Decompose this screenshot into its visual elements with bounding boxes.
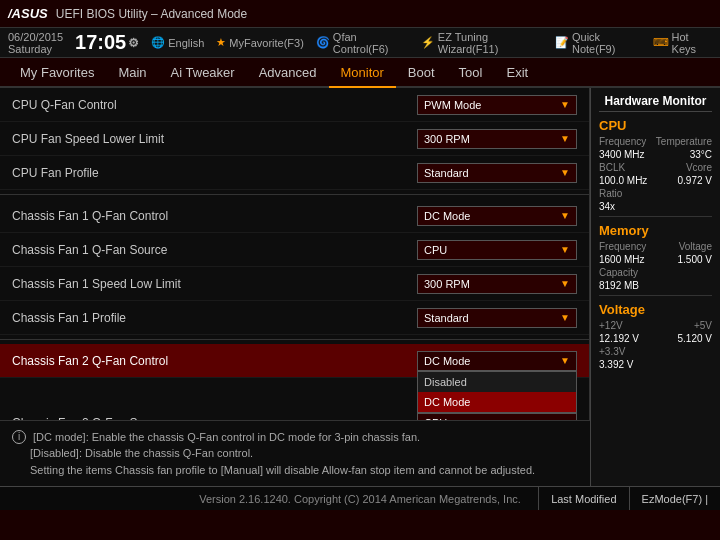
quick-note[interactable]: 📝 Quick Note(F9) [555, 31, 641, 55]
nav-monitor[interactable]: Monitor [329, 58, 396, 88]
nav-advanced[interactable]: Advanced [247, 57, 329, 87]
hw-cpu-temp-label: Temperature [656, 136, 712, 147]
hw-cpu-title: CPU [599, 118, 712, 133]
hw-bclk-label: BCLK [599, 162, 625, 173]
hw-12v-row: +12V +5V [599, 320, 712, 331]
lightning-icon: ⚡ [421, 36, 435, 49]
cpu-qfan-control-row: CPU Q-Fan Control PWM Mode ▼ [0, 88, 589, 122]
keyboard-icon: ⌨ [653, 36, 669, 49]
chassis-fan1-source-dropdown[interactable]: CPU ▼ [417, 240, 577, 260]
info-icon: i [12, 430, 26, 444]
chassis-fan2-dropdown-container[interactable]: DC Mode ▼ Disabled DC Mode [417, 351, 577, 371]
dropdown-arrow-icon: ▼ [560, 210, 570, 221]
chassis-fan1-qfan-dropdown[interactable]: DC Mode ▼ [417, 206, 577, 226]
hw-cpu-freq-label: Frequency [599, 136, 646, 147]
hw-33v-row: +3.3V [599, 346, 712, 357]
dropdown-arrow-icon: ▼ [560, 278, 570, 289]
qfan-control[interactable]: 🌀 Qfan Control(F6) [316, 31, 409, 55]
hw-mem-cap-val-row: 8192 MB [599, 280, 712, 291]
globe-icon: 🌐 [151, 36, 165, 49]
gear-icon: ⚙ [128, 36, 139, 50]
info-text-1: [DC mode]: Enable the chassis Q-Fan cont… [33, 431, 420, 443]
chassis-fan1-source-row: Chassis Fan 1 Q-Fan Source CPU ▼ [0, 233, 589, 267]
hw-memory-title: Memory [599, 223, 712, 238]
hw-bclk-value: 100.0 MHz [599, 175, 647, 186]
hot-keys[interactable]: ⌨ Hot Keys [653, 31, 712, 55]
chassis-fan2-source-dropdown[interactable]: CPU ▼ [417, 413, 577, 420]
chassis-fan2-qfan-dropdown[interactable]: DC Mode ▼ Disabled DC Mode [417, 351, 577, 371]
hw-ratio-value: 34x [599, 201, 615, 212]
hw-ratio-row: Ratio [599, 188, 712, 199]
nav-my-favorites[interactable]: My Favorites [8, 57, 106, 87]
nav-ai-tweaker[interactable]: Ai Tweaker [159, 57, 247, 87]
hw-mem-freq-row: Frequency Voltage [599, 241, 712, 252]
cpu-fan-speed-row: CPU Fan Speed Lower Limit 300 RPM ▼ [0, 122, 589, 156]
chassis-fan1-profile-dropdown[interactable]: Standard ▼ [417, 308, 577, 328]
nav-exit[interactable]: Exit [494, 57, 540, 87]
info-text-2: [Disabled]: Disable the chassis Q-Fan co… [30, 447, 253, 459]
hw-cpu-freq-row: Frequency Temperature [599, 136, 712, 147]
hw-12v-value: 12.192 V [599, 333, 639, 344]
my-favorites-toolbar[interactable]: ★ MyFavorite(F3) [216, 36, 304, 49]
language-selector[interactable]: 🌐 English [151, 36, 204, 49]
cpu-fan-speed-dropdown[interactable]: 300 RPM ▼ [417, 129, 577, 149]
option-disabled[interactable]: Disabled [418, 372, 576, 392]
hw-mem-freq-val-row: 1600 MHz 1.500 V [599, 254, 712, 265]
hw-cpu-freq-val-row: 3400 MHz 33°C [599, 149, 712, 160]
cpu-fan-profile-label: CPU Fan Profile [12, 166, 417, 180]
chassis-fan2-qfan-label: Chassis Fan 2 Q-Fan Control [12, 354, 417, 368]
cpu-fan-profile-dropdown[interactable]: Standard ▼ [417, 163, 577, 183]
last-modified-button[interactable]: Last Modified [538, 487, 628, 510]
footer: Version 2.16.1240. Copyright (C) 2014 Am… [0, 486, 720, 510]
cpu-qfan-dropdown[interactable]: PWM Mode ▼ [417, 95, 577, 115]
chassis-fan1-source-label: Chassis Fan 1 Q-Fan Source [12, 243, 417, 257]
ez-tuning-wizard[interactable]: ⚡ EZ Tuning Wizard(F11) [421, 31, 543, 55]
main-nav: My Favorites Main Ai Tweaker Advanced Mo… [0, 58, 720, 88]
hw-33v-label: +3.3V [599, 346, 625, 357]
hw-mem-cap-value: 8192 MB [599, 280, 639, 291]
hw-5v-value: 5.120 V [678, 333, 712, 344]
toolbar: 06/20/2015 Saturday 17:05 ⚙ 🌐 English ★ … [0, 28, 720, 58]
chassis-fan1-speed-dropdown[interactable]: 300 RPM ▼ [417, 274, 577, 294]
time-display: 17:05 ⚙ [75, 31, 139, 54]
chassis-fan2-dropdown-options: Disabled DC Mode [417, 371, 577, 413]
nav-main[interactable]: Main [106, 57, 158, 87]
cpu-fan-speed-label: CPU Fan Speed Lower Limit [12, 132, 417, 146]
chassis-fan1-speed-row: Chassis Fan 1 Speed Low Limit 300 RPM ▼ [0, 267, 589, 301]
hw-12v-val-row: 12.192 V 5.120 V [599, 333, 712, 344]
footer-buttons: Last Modified EzMode(F7) | [538, 487, 720, 510]
hw-ratio-val-row: 34x [599, 201, 712, 212]
hw-divider-2 [599, 295, 712, 296]
chassis-fan2-dropdown-header[interactable]: DC Mode ▼ [417, 351, 577, 371]
hw-5v-label: +5V [694, 320, 712, 331]
settings-list: CPU Q-Fan Control PWM Mode ▼ CPU Fan Spe… [0, 88, 590, 420]
version-text: Version 2.16.1240. Copyright (C) 2014 Am… [199, 493, 521, 505]
dropdown-arrow-icon: ▼ [560, 355, 570, 366]
hw-mem-freq-value: 1600 MHz [599, 254, 645, 265]
date-display: 06/20/2015 Saturday [8, 31, 63, 55]
cpu-qfan-label: CPU Q-Fan Control [12, 98, 417, 112]
chassis-fan1-profile-label: Chassis Fan 1 Profile [12, 311, 417, 325]
ez-mode-button[interactable]: EzMode(F7) | [629, 487, 720, 510]
hw-cpu-freq-value: 3400 MHz [599, 149, 645, 160]
option-dc-mode[interactable]: DC Mode [418, 392, 576, 412]
info-text-3: Setting the items Chassis fan profile to… [30, 464, 535, 476]
hw-vcore-label: Vcore [686, 162, 712, 173]
hw-12v-label: +12V [599, 320, 623, 331]
hw-vcore-value: 0.972 V [678, 175, 712, 186]
hw-cpu-temp-value: 33°C [690, 149, 712, 160]
note-icon: 📝 [555, 36, 569, 49]
dropdown-arrow-icon: ▼ [560, 133, 570, 144]
dropdown-arrow-icon: ▼ [560, 244, 570, 255]
chassis-fan1-qfan-row: Chassis Fan 1 Q-Fan Control DC Mode ▼ [0, 199, 589, 233]
cpu-fan-profile-row: CPU Fan Profile Standard ▼ [0, 156, 589, 190]
nav-tool[interactable]: Tool [447, 57, 495, 87]
dropdown-arrow-icon: ▼ [560, 167, 570, 178]
hw-mem-freq-label: Frequency [599, 241, 646, 252]
chassis-fan1-qfan-label: Chassis Fan 1 Q-Fan Control [12, 209, 417, 223]
hw-bclk-row: BCLK Vcore [599, 162, 712, 173]
chassis-fan1-profile-row: Chassis Fan 1 Profile Standard ▼ [0, 301, 589, 335]
nav-boot[interactable]: Boot [396, 57, 447, 87]
content-area: CPU Q-Fan Control PWM Mode ▼ CPU Fan Spe… [0, 88, 720, 486]
hw-mem-volt-value: 1.500 V [678, 254, 712, 265]
